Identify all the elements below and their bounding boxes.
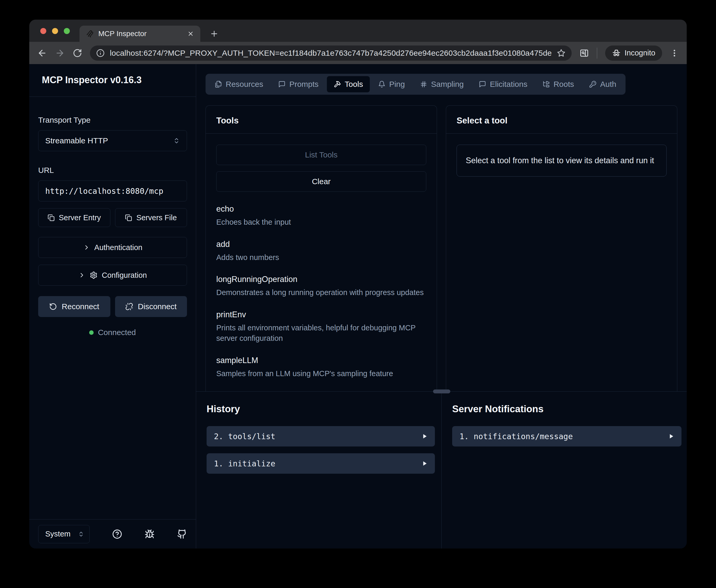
clear-tools-button[interactable]: Clear	[216, 171, 426, 192]
expand-play-icon	[422, 461, 428, 466]
transport-type-select[interactable]: Streamable HTTP	[38, 130, 187, 151]
tab-strip: MCP Inspector	[29, 20, 687, 42]
theme-value: System	[45, 530, 78, 538]
tab-auth[interactable]: Auth	[582, 76, 623, 92]
tool-description: Demonstrates a long running operation wi…	[216, 287, 426, 298]
hammer-icon	[334, 81, 341, 88]
expand-play-icon	[422, 434, 428, 439]
history-pane: History 2. tools/list 1. initialize	[196, 392, 442, 548]
tool-list: echo Echoes back the input add Adds two …	[216, 204, 426, 379]
browser-menu-icon[interactable]	[670, 49, 679, 58]
history-item[interactable]: 1. initialize	[207, 453, 435, 474]
tool-name: longRunningOperation	[216, 275, 426, 284]
back-icon[interactable]	[37, 48, 47, 58]
tab-tools[interactable]: Tools	[327, 76, 370, 92]
sidebar-body: Transport Type Streamable HTTP URL http:…	[29, 97, 196, 519]
browser-window: MCP Inspector localhost:6274/?MCP_PROXY_…	[29, 20, 687, 548]
server-notifications-title: Server Notifications	[452, 404, 681, 415]
tab-label: Ping	[389, 80, 405, 89]
sidebar-header: MCP Inspector v0.16.3	[29, 64, 196, 97]
incognito-badge: Incognito	[605, 45, 662, 61]
servers-file-label: Servers File	[136, 213, 177, 222]
status-dot	[89, 330, 94, 335]
mcp-inspector-app: MCP Inspector v0.16.3 Transport Type Str…	[29, 64, 687, 548]
clear-label: Clear	[312, 177, 331, 186]
tool-item-printenv[interactable]: printEnv Prints all environment variable…	[216, 310, 426, 344]
url-input[interactable]: http://localhost:8080/mcp	[38, 181, 187, 202]
tab-title: MCP Inspector	[98, 29, 182, 38]
tool-name: sampleLLM	[216, 356, 426, 365]
tab-ping[interactable]: Ping	[371, 76, 412, 92]
transport-type-label: Transport Type	[38, 115, 187, 125]
server-entry-button[interactable]: Server Entry	[38, 208, 110, 227]
list-tools-button[interactable]: List Tools	[216, 145, 426, 165]
tab-label: Auth	[600, 80, 616, 89]
github-icon[interactable]	[177, 529, 187, 539]
tool-item-samplellm[interactable]: sampleLLM Samples from an LLM using MCP'…	[216, 356, 426, 379]
tools-panel: Tools List Tools Clear echo Echoes bac	[205, 105, 437, 391]
app-title: MCP Inspector v0.16.3	[42, 75, 183, 86]
history-item[interactable]: 2. tools/list	[207, 426, 435, 446]
tab-label: Sampling	[431, 80, 464, 89]
incognito-icon	[612, 49, 621, 58]
reconnect-button[interactable]: Reconnect	[38, 296, 110, 317]
configuration-button[interactable]: Configuration	[38, 265, 187, 286]
tab-elicitations[interactable]: Elicitations	[472, 76, 534, 92]
tools-panel-body: List Tools Clear echo Echoes back the in…	[206, 134, 437, 391]
chevron-right-icon	[83, 244, 90, 251]
authentication-button[interactable]: Authentication	[38, 237, 187, 258]
tab-roots[interactable]: Roots	[536, 76, 581, 92]
tool-item-add[interactable]: add Adds two numbers	[216, 239, 426, 263]
sidebar-footer: System	[29, 519, 196, 548]
tool-name: echo	[216, 204, 426, 214]
maximize-window-button[interactable]	[64, 28, 70, 34]
minimize-window-button[interactable]	[52, 28, 58, 34]
history-title: History	[207, 404, 435, 415]
tool-description: Samples from an LLM using MCP's sampling…	[216, 368, 426, 379]
close-window-button[interactable]	[40, 28, 46, 34]
tab-prompts[interactable]: Prompts	[272, 76, 325, 92]
tool-item-longrunningoperation[interactable]: longRunningOperation Demonstrates a long…	[216, 275, 426, 298]
bug-icon[interactable]	[145, 529, 155, 539]
notification-item-label: 1. notifications/message	[459, 432, 668, 441]
forward-icon[interactable]	[55, 48, 65, 58]
authentication-label: Authentication	[94, 243, 143, 252]
url-bar[interactable]: localhost:6274/?MCP_PROXY_AUTH_TOKEN=ec1…	[90, 45, 572, 61]
tab-sampling[interactable]: Sampling	[413, 76, 471, 92]
side-panel-search-icon[interactable]	[580, 48, 589, 58]
tool-item-echo[interactable]: echo Echoes back the input	[216, 204, 426, 228]
select-tool-panel-body: Select a tool from the list to view its …	[446, 134, 677, 391]
chevron-right-icon	[78, 272, 86, 279]
select-tool-panel: Select a tool Select a tool from the lis…	[446, 105, 677, 391]
select-tool-hint: Select a tool from the list to view its …	[457, 145, 667, 176]
bookmark-star-icon[interactable]	[557, 49, 565, 57]
select-tool-panel-header: Select a tool	[446, 106, 677, 134]
tab-label: Roots	[554, 80, 574, 89]
notification-item[interactable]: 1. notifications/message	[452, 426, 681, 446]
toolbar-separator	[597, 48, 597, 59]
list-tools-label: List Tools	[305, 150, 338, 159]
theme-select[interactable]: System	[38, 525, 90, 543]
folder-tree-icon	[543, 81, 550, 88]
select-tool-panel-title: Select a tool	[457, 115, 667, 126]
traffic-lights	[40, 28, 70, 34]
site-info-icon[interactable]	[96, 49, 105, 57]
expand-play-icon	[668, 434, 674, 439]
new-tab-button[interactable]	[210, 29, 219, 38]
server-notifications-pane: Server Notifications 1. notifications/me…	[442, 392, 687, 548]
reload-icon[interactable]	[73, 48, 82, 58]
rotate-ccw-icon	[49, 302, 57, 311]
reconnect-label: Reconnect	[62, 302, 99, 311]
tab-resources[interactable]: Resources	[208, 76, 270, 92]
tools-panel-title: Tools	[216, 115, 426, 126]
sidebar: MCP Inspector v0.16.3 Transport Type Str…	[29, 64, 196, 548]
chevrons-up-down-icon	[173, 137, 180, 144]
servers-file-button[interactable]: Servers File	[115, 208, 187, 227]
status-text: Connected	[98, 328, 136, 337]
help-icon[interactable]	[112, 529, 122, 539]
gear-icon	[90, 271, 97, 279]
tab-close-icon[interactable]	[187, 30, 194, 37]
browser-tab[interactable]: MCP Inspector	[80, 26, 200, 42]
split-drag-handle[interactable]	[433, 390, 450, 393]
disconnect-button[interactable]: Disconnect	[115, 296, 187, 317]
